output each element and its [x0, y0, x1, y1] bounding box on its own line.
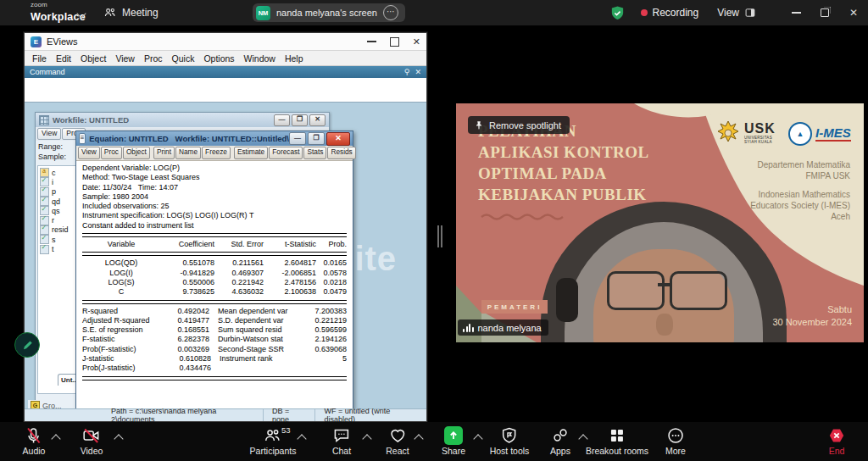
- command-close-icon[interactable]: ✕: [415, 68, 421, 76]
- workfile-title-bar[interactable]: Workfile: UNTITLED — ❐ ✕: [36, 113, 329, 127]
- equation-icon: ≡: [79, 133, 86, 144]
- eq-freeze-button[interactable]: Freeze: [202, 147, 231, 159]
- status-path: Path = c:\users\nanda melyana 2\document…: [103, 409, 263, 421]
- slide-organization-text: Departemen Matematika FMIPA USK Indonesi…: [750, 159, 850, 222]
- coef-row: LOG(I) -0.941829 0.469307 -2.006851 0.05…: [82, 269, 347, 278]
- screen-share-pill[interactable]: NM nanda melyana's screen ⋯: [253, 3, 405, 22]
- glasses-left-lens: [607, 271, 665, 310]
- recording-indicator[interactable]: Recording: [641, 7, 699, 19]
- audio-button[interactable]: Audio: [23, 426, 46, 456]
- more-button[interactable]: More: [665, 426, 686, 456]
- usk-flower-icon: [715, 120, 741, 146]
- audio-options-caret[interactable]: [51, 434, 60, 443]
- breakout-rooms-button[interactable]: Breakout rooms: [586, 426, 648, 456]
- eviews-title-bar[interactable]: E EViews ✕: [25, 33, 426, 51]
- workfile-close-button[interactable]: ✕: [309, 114, 326, 126]
- usk-logo-text: USK: [744, 121, 776, 136]
- role-badge: PEMATERI: [481, 300, 548, 314]
- equation-title-bar[interactable]: ≡ Equation: UNTITLED Workfile: UNTITLED:…: [76, 131, 353, 146]
- workfile-title: Workfile: UNTITLED: [53, 115, 129, 125]
- usk-logo-sub2: SYIAH KUALA: [744, 141, 776, 145]
- equation-title: Equation: UNTITLED Workfile: UNTITLED::U…: [89, 134, 289, 143]
- pencil-icon: [21, 339, 34, 352]
- remove-spotlight-button[interactable]: Remove spotlight: [468, 116, 570, 134]
- meeting-tab-label: Meeting: [122, 7, 159, 19]
- workfile-restore-button[interactable]: ❐: [292, 114, 308, 126]
- meeting-toolbar: Audio Video 53 Participants: [0, 422, 868, 461]
- react-button[interactable]: React: [386, 426, 409, 456]
- view-button[interactable]: View: [717, 7, 756, 19]
- summary-line: Included observations: 25: [82, 202, 347, 211]
- share-options-ellipsis-icon[interactable]: ⋯: [383, 5, 398, 20]
- menu-window[interactable]: Window: [244, 53, 275, 64]
- coef-row: LOG(QD) 0.551078 0.211561 2.604817 0.016…: [82, 258, 347, 268]
- menu-help[interactable]: Help: [285, 53, 303, 64]
- slide-date: Sabtu 30 November 2024: [772, 303, 852, 329]
- close-button[interactable]: ✕: [839, 0, 868, 25]
- eq-resids-button[interactable]: Resids: [327, 147, 355, 159]
- host-tools-button[interactable]: Host tools: [490, 426, 530, 456]
- heart-icon: [388, 426, 407, 445]
- equation-minimize-button[interactable]: —: [289, 132, 306, 145]
- zoom-meeting-window: zoom Workplace Meeting NM nanda melyana'…: [0, 0, 868, 461]
- eviews-maximize-icon[interactable]: [390, 37, 399, 47]
- menu-options[interactable]: Options: [203, 53, 234, 64]
- video-options-caret[interactable]: [114, 434, 123, 443]
- eq-object-button[interactable]: Object: [123, 147, 150, 159]
- breakout-grid-icon: [608, 426, 626, 445]
- apps-button[interactable]: Apps: [550, 426, 570, 456]
- menu-edit[interactable]: Edit: [56, 53, 71, 64]
- coef-header-row: Variable Coefficient Std. Error t-Statis…: [82, 240, 347, 249]
- command-input[interactable]: [25, 78, 426, 103]
- eq-print-button[interactable]: Print: [153, 147, 175, 159]
- screen-share-label: nanda melyana's screen: [276, 8, 377, 18]
- usk-logo: USK UNIVERSITAS SYIAH KUALA: [715, 120, 776, 146]
- command-pin-icon[interactable]: ⚲: [404, 68, 410, 76]
- participant-name: nanda melyana: [478, 323, 542, 333]
- share-options-caret[interactable]: [473, 434, 482, 443]
- minimize-icon: [792, 12, 801, 14]
- chat-options-caret[interactable]: [362, 434, 371, 443]
- imes-logo: ▲ I-MES: [788, 122, 851, 146]
- mic-muted-icon: [25, 426, 43, 445]
- chat-button[interactable]: Chat: [332, 426, 351, 456]
- video-button[interactable]: Video: [81, 426, 103, 456]
- security-shield-icon[interactable]: [609, 5, 626, 21]
- equation-output: Dependent Variable: LOG(P) Method: Two-S…: [76, 161, 353, 408]
- audio-level-icon: [463, 324, 474, 332]
- menu-proc[interactable]: Proc: [144, 53, 163, 64]
- menu-view[interactable]: View: [115, 53, 135, 64]
- participants-button[interactable]: 53 Participants: [250, 426, 297, 456]
- equation-restore-button[interactable]: ❐: [308, 132, 325, 145]
- restore-button[interactable]: [810, 0, 839, 25]
- tab-meeting[interactable]: Meeting: [103, 0, 159, 25]
- end-button[interactable]: End: [827, 426, 846, 456]
- equation-close-button[interactable]: ✕: [326, 132, 350, 146]
- view-label: View: [717, 7, 739, 19]
- eq-estimate-button[interactable]: Estimate: [234, 147, 268, 159]
- summary-line: Instrument specification: LOG(S) LOG(I) …: [82, 211, 347, 220]
- eq-forecast-button[interactable]: Forecast: [269, 147, 303, 159]
- share-button[interactable]: Share: [442, 426, 465, 456]
- menu-file[interactable]: File: [32, 53, 47, 64]
- equation-window[interactable]: ≡ Equation: UNTITLED Workfile: UNTITLED:…: [75, 131, 353, 408]
- menu-quick[interactable]: Quick: [172, 53, 195, 64]
- eq-proc-button[interactable]: Proc: [101, 147, 122, 159]
- minimize-button[interactable]: [782, 0, 810, 25]
- react-options-caret[interactable]: [414, 434, 423, 443]
- annotate-button[interactable]: [14, 332, 40, 358]
- eviews-close-icon[interactable]: ✕: [413, 36, 420, 47]
- imes-logo-text: I-MES: [815, 126, 851, 142]
- spotlight-video-tile[interactable]: PELATIHAN APLIKASI KONTROL OPTIMAL PADA …: [456, 103, 864, 342]
- participant-nose: [656, 314, 673, 336]
- workfile-minimize-button[interactable]: —: [274, 114, 290, 126]
- group-icon: G: [31, 401, 40, 408]
- eviews-minimize-icon[interactable]: [367, 41, 376, 42]
- menu-object[interactable]: Object: [81, 53, 106, 64]
- workfile-view-button[interactable]: View: [37, 128, 61, 140]
- participants-options-caret[interactable]: [297, 434, 306, 443]
- eq-view-button[interactable]: View: [78, 147, 100, 159]
- eq-stats-button[interactable]: Stats: [303, 147, 326, 159]
- pane-divider-handle[interactable]: [437, 225, 444, 247]
- eq-name-button[interactable]: Name: [175, 147, 201, 159]
